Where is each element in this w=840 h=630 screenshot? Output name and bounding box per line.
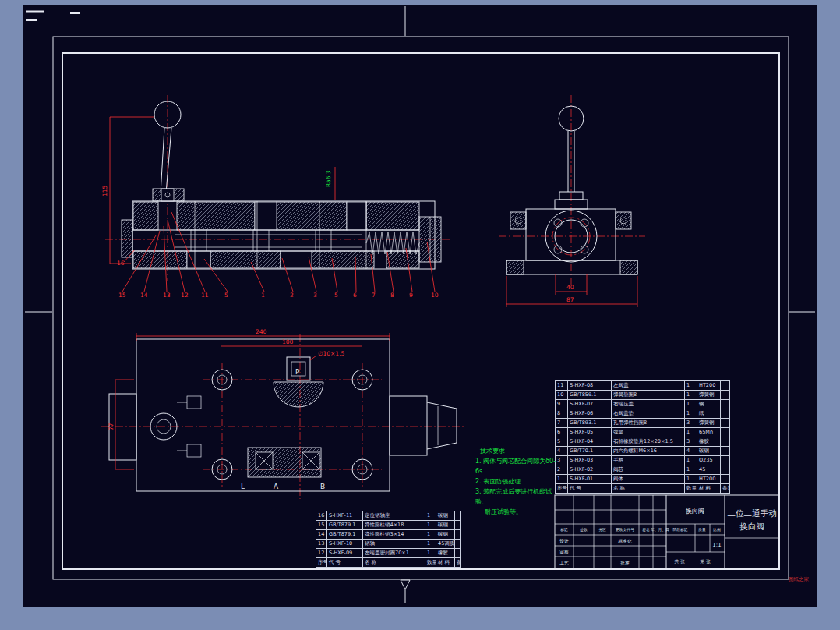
drawing-title-line1: 二位二通手动: [728, 508, 777, 518]
dimension-label: 115: [101, 185, 108, 196]
callout-label: 6: [353, 292, 357, 299]
watermark-text: 图纸之家: [789, 576, 810, 582]
table-row: 2S-HXF-02阀芯145: [556, 465, 730, 475]
table-row: 10GB/T859.1弹簧垫圈81弹簧钢: [556, 391, 730, 400]
table-row: 5S-HXF-04石棉橡胶垫片12×20×1.53橡胶: [556, 437, 730, 447]
table-row: 15GB/T879.1弹性圆柱销4×181碳钢: [316, 521, 461, 530]
callout-label: 11: [201, 292, 209, 299]
callout-label: 2: [290, 292, 294, 299]
label-standard: 标准化: [617, 539, 632, 544]
dimension-label: 100: [282, 338, 294, 345]
table-row: 8S-HXF-06右阀盖垫1纸: [556, 409, 730, 419]
label-stage: 阶段标记: [672, 527, 687, 533]
label-zone: 分区: [598, 528, 606, 532]
label-sheets: 共 张: [674, 559, 685, 565]
callout-label: 14: [140, 292, 148, 299]
table-header-row: 序号代 号名 称数量材 料备注: [316, 558, 461, 568]
label-doc: 更改文件号: [616, 527, 634, 532]
table-row: 12S-HXF-09左端盖密封圈70×11橡胶: [316, 549, 461, 558]
callout-label: 10: [431, 292, 439, 299]
bom-table-bottom: 16S-HXF-11定位销轴座1碳钢15GB/T879.1弹性圆柱销4×181碳…: [316, 511, 461, 568]
tech-note-line: 3. 装配完成后要进行机能试验、: [475, 487, 563, 507]
label-check: 审核: [559, 549, 569, 554]
label-sheet: 第 张: [700, 559, 711, 565]
callout-label: 15: [118, 292, 126, 299]
port-label: P: [295, 368, 300, 376]
dimension-label: 87: [566, 296, 574, 303]
callout-label: 9: [409, 292, 413, 299]
callout-label: 5: [224, 292, 228, 299]
tech-note-line: 1. 阀体与阀芯配合间隙为δ0-6s: [475, 456, 563, 476]
callout-label: 5: [334, 292, 338, 299]
thread-note: ∅10×1.5: [318, 350, 345, 357]
callout-label: 3: [313, 292, 317, 299]
callout-label: 8: [390, 292, 394, 299]
table-row: 16S-HXF-11定位销轴座1碳钢: [316, 511, 461, 521]
callout-label: 13: [163, 292, 171, 299]
label-design: 设计: [559, 538, 569, 543]
left-end-cap: [122, 220, 132, 257]
callout-label: 16: [117, 260, 125, 267]
dimension-label: 77: [108, 423, 115, 430]
table-row: 9S-HXF-07右端压盖1钢: [556, 400, 730, 409]
table-row: 11S-HXF-08左阀盖1HT200: [556, 381, 730, 391]
callout-label: 7: [372, 292, 376, 299]
label-weight: 质量: [697, 527, 706, 532]
label-process: 工艺: [559, 560, 569, 565]
table-row: 1S-HXF-01阀体1HT200: [556, 475, 730, 484]
scale-value: 1:1: [712, 542, 721, 548]
table-row: 6S-HXF-05弹簧165Mn: [556, 428, 730, 437]
tech-note-line: 2. 表面防锈处理: [475, 476, 563, 487]
callout-label: 12: [181, 292, 189, 299]
dimension-label: 240: [256, 328, 267, 335]
tech-notes-title: 技术要求: [480, 446, 563, 456]
table-row: 7GB/T893.1孔用弹性挡圈83弹簧钢: [556, 419, 730, 428]
table-row: 4GB/T70.1内六角螺钉M6×164碳钢: [556, 447, 730, 456]
part-name: 换向阀: [686, 508, 704, 515]
port-label: B: [320, 483, 325, 490]
port-label: L: [241, 483, 245, 490]
dimension-label: 40: [566, 284, 574, 291]
label-count: 处数: [580, 527, 588, 533]
table-header-row: 序号代 号名 称数量材 料备注: [556, 484, 730, 494]
label-approve: 批准: [620, 561, 630, 566]
callout-label: 1: [261, 292, 265, 299]
table-row: 13S-HXF-10销轴145调质: [316, 540, 461, 549]
port-label: A: [274, 483, 279, 490]
tech-note-line: 耐压试验等。: [485, 507, 563, 517]
tech-notes: 技术要求 1. 阀体与阀芯配合间隙为δ0-6s 2. 表面防锈处理 3. 装配完…: [461, 446, 563, 517]
bom-table-right: 11S-HXF-08左阀盖1HT20010GB/T859.1弹簧垫圈81弹簧钢9…: [555, 380, 730, 494]
table-row: 3S-HXF-03手柄1Q235: [556, 456, 730, 465]
table-row: 14GB/T879.1弹性圆柱销3×141碳钢: [316, 530, 461, 540]
drawing-title-line2: 换向阀: [739, 522, 764, 531]
surface-note: Ra6.3: [325, 170, 332, 187]
cad-drawing-page: Ra6.3 115 16 15 14 13 12 11 5 1 2 3 5 6 …: [0, 0, 840, 630]
